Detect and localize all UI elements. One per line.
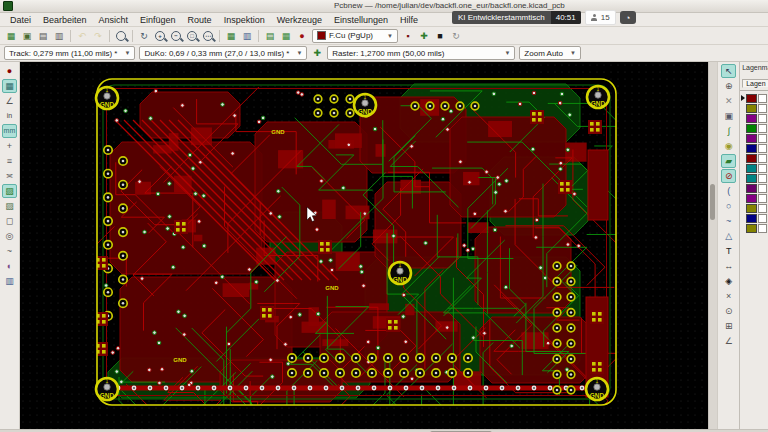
layer-row[interactable] <box>740 133 768 143</box>
menu-route[interactable]: Route <box>182 14 218 26</box>
tab-layers[interactable]: Lagen <box>742 79 768 88</box>
via-color-icon[interactable]: ▪ <box>401 29 415 43</box>
layer-color-swatch[interactable] <box>746 214 757 223</box>
layer-color-swatch[interactable] <box>746 114 757 123</box>
find-icon[interactable] <box>114 29 128 43</box>
select-tool-icon[interactable]: ↖ <box>721 64 736 78</box>
layer-row[interactable] <box>740 143 768 153</box>
library-browser-icon[interactable]: ▤ <box>263 29 277 43</box>
layer-visibility-checkbox[interactable] <box>758 114 767 123</box>
layer-row[interactable] <box>740 123 768 133</box>
layer-selector-dropdown[interactable]: F.Cu (PgUp)▼ <box>312 29 398 43</box>
zoom-fit-icon[interactable]: □ <box>185 29 199 43</box>
layer-row[interactable] <box>740 213 768 223</box>
print-icon[interactable]: ▤ <box>36 29 50 43</box>
layer-pair-indicator-icon[interactable]: ✚ <box>310 46 324 60</box>
layer-row[interactable] <box>740 183 768 193</box>
layer-visibility-checkbox[interactable] <box>758 214 767 223</box>
layer-pair-icon[interactable]: ✚ <box>417 29 431 43</box>
ratsnest-visibility-icon[interactable]: ≡ <box>2 154 17 168</box>
grid-visibility-icon[interactable]: ▦ <box>2 79 17 93</box>
local-ratsnest-icon[interactable]: ✕ <box>721 94 736 108</box>
via-size-dropdown[interactable]: DuKo: 0,69 / 0,33 mm (27,0 / 13,0 mils) … <box>139 46 307 60</box>
layer-color-swatch[interactable] <box>746 174 757 183</box>
add-spline-icon[interactable]: ~ <box>721 214 736 228</box>
layer-color-swatch[interactable] <box>746 204 757 213</box>
menu-bearbeiten[interactable]: Bearbeiten <box>37 14 93 26</box>
measure-tool-icon[interactable]: ∠ <box>721 334 736 348</box>
zoom-selection-icon[interactable]: ⋯ <box>201 29 215 43</box>
menu-datei[interactable]: Datei <box>4 14 37 26</box>
pcb-canvas[interactable]: 1GND1GND1GND1GND1GND1GNDGNDGNDGND <box>20 62 708 429</box>
3d-viewer-icon[interactable]: ■ <box>433 29 447 43</box>
layer-visibility-checkbox[interactable] <box>758 194 767 203</box>
layer-color-swatch[interactable] <box>746 134 757 143</box>
pads-sketch-icon[interactable]: ◻ <box>2 214 17 228</box>
units-inch-icon[interactable]: in <box>2 109 17 123</box>
menu-ansicht[interactable]: Ansicht <box>93 14 135 26</box>
add-dimension-icon[interactable]: ↔ <box>721 259 736 273</box>
highlight-net-icon[interactable]: ⊕ <box>721 79 736 93</box>
redo-icon[interactable]: ↷ <box>91 29 105 43</box>
zoom-in-icon[interactable]: + <box>153 29 167 43</box>
vertical-scrollbar[interactable] <box>708 62 717 429</box>
zones-filled-icon[interactable]: ▨ <box>2 184 17 198</box>
layer-row[interactable] <box>740 193 768 203</box>
zoom-out-icon[interactable]: − <box>169 29 183 43</box>
layer-row[interactable] <box>740 223 768 233</box>
add-keepout-icon[interactable]: ⊘ <box>721 169 736 183</box>
mode-refresh-icon[interactable]: ↻ <box>449 29 463 43</box>
layer-visibility-checkbox[interactable] <box>758 184 767 193</box>
layer-visibility-checkbox[interactable] <box>758 204 767 213</box>
add-circle-icon[interactable]: ○ <box>721 199 736 213</box>
layer-row[interactable] <box>740 173 768 183</box>
add-polygon-icon[interactable]: △ <box>721 229 736 243</box>
menu-werkzeuge[interactable]: Werkzeuge <box>271 14 328 26</box>
layer-visibility-checkbox[interactable] <box>758 154 767 163</box>
footprint-editor-icon[interactable]: ▦ <box>224 29 238 43</box>
add-zone-icon[interactable]: ▰ <box>721 154 736 168</box>
layer-color-swatch[interactable] <box>746 104 757 113</box>
layer-visibility-checkbox[interactable] <box>758 144 767 153</box>
zoom-dropdown[interactable]: Zoom Auto ▼ <box>519 46 581 60</box>
layer-visibility-checkbox[interactable] <box>758 94 767 103</box>
layers-manager-toggle-icon[interactable]: ▥ <box>2 274 17 288</box>
layer-visibility-checkbox[interactable] <box>758 104 767 113</box>
layer-row[interactable] <box>740 153 768 163</box>
layer-row[interactable] <box>740 113 768 123</box>
undo-icon[interactable]: ↶ <box>75 29 89 43</box>
drill-origin-icon[interactable]: ⊙ <box>721 304 736 318</box>
add-via-icon[interactable]: ◉ <box>721 139 736 153</box>
layer-visibility-checkbox[interactable] <box>758 124 767 133</box>
layer-color-swatch[interactable] <box>746 164 757 173</box>
grid-origin-icon[interactable]: ⊞ <box>721 319 736 333</box>
layer-row[interactable] <box>740 203 768 213</box>
menu-inspektion[interactable]: Inspektion <box>218 14 271 26</box>
layer-visibility-checkbox[interactable] <box>758 164 767 173</box>
layer-visibility-checkbox[interactable] <box>758 174 767 183</box>
cursor-shape-icon[interactable]: + <box>2 139 17 153</box>
tracks-sketch-icon[interactable]: ~ <box>2 244 17 258</box>
menu-einstellungen[interactable]: Einstellungen <box>328 14 394 26</box>
polar-coords-icon[interactable]: ∠ <box>2 94 17 108</box>
redraw-icon[interactable]: ↻ <box>137 29 151 43</box>
layer-row[interactable] <box>740 103 768 113</box>
update-pcb-icon[interactable]: ▦ <box>279 29 293 43</box>
units-mm-icon[interactable]: mm <box>2 124 17 138</box>
new-board-icon[interactable]: ▦ <box>4 29 18 43</box>
grid-size-dropdown[interactable]: Raster: 1,2700 mm (50,00 mils) ▼ <box>327 46 515 60</box>
menu-hilfe[interactable]: Hilfe <box>394 14 424 26</box>
drc-check-icon[interactable]: ● <box>295 29 309 43</box>
route-track-icon[interactable]: ∫ <box>721 124 736 138</box>
layer-color-swatch[interactable] <box>746 94 757 103</box>
layer-color-swatch[interactable] <box>746 154 757 163</box>
add-arc-icon[interactable]: ( <box>721 184 736 198</box>
playback-speed-button[interactable]: ◔ <box>620 11 636 24</box>
layer-color-swatch[interactable] <box>746 184 757 193</box>
layer-color-swatch[interactable] <box>746 194 757 203</box>
track-width-dropdown[interactable]: Track: 0,279 mm (11,00 mils) * ▼ <box>4 46 135 60</box>
layer-color-swatch[interactable] <box>746 224 757 233</box>
add-footprint-icon[interactable]: ▣ <box>721 109 736 123</box>
high-contrast-icon[interactable]: ◐ <box>2 259 17 273</box>
menu-einfgen[interactable]: Einfügen <box>134 14 182 26</box>
